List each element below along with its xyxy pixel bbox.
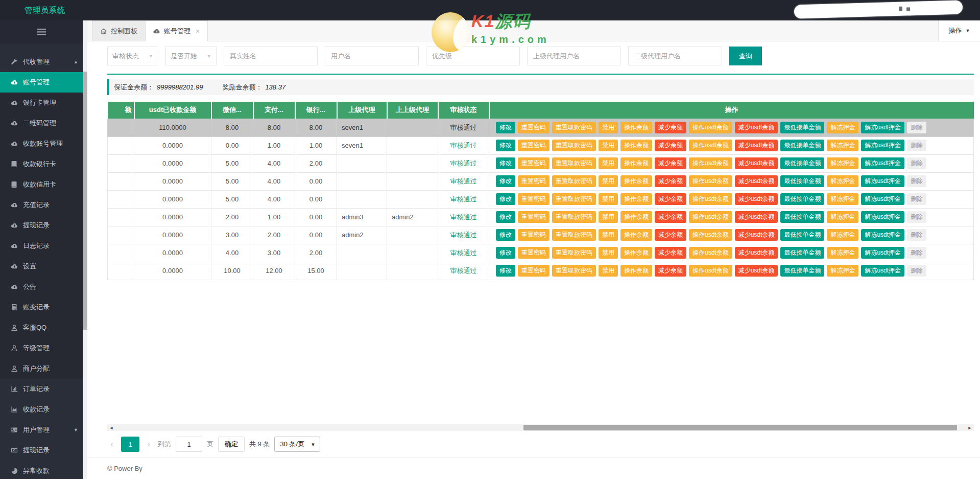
action-button-减少usdt余额[interactable]: 减少usdt余额 bbox=[735, 157, 778, 169]
action-button-操作余额[interactable]: 操作余额 bbox=[620, 122, 652, 133]
action-button-禁用[interactable]: 禁用 bbox=[599, 211, 618, 222]
action-button-重置取款密码[interactable]: 重置取款密码 bbox=[552, 211, 596, 222]
table-row[interactable]: 110.00008.008.008.00seven1审核通过修改重置密码重置取款… bbox=[108, 119, 974, 136]
action-button-操作usdt余额[interactable]: 操作usdt余额 bbox=[689, 247, 732, 258]
action-button-修改[interactable]: 修改 bbox=[496, 247, 515, 258]
action-button-重置取款密码[interactable]: 重置取款密码 bbox=[552, 193, 596, 204]
action-button-删除[interactable]: 删除 bbox=[907, 140, 926, 151]
action-button-修改[interactable]: 修改 bbox=[496, 265, 515, 276]
action-button-重置取款密码[interactable]: 重置取款密码 bbox=[552, 229, 596, 240]
scrollbar-thumb[interactable] bbox=[523, 425, 957, 430]
sidebar-item-充值记录[interactable]: 充值记录 bbox=[0, 195, 83, 215]
action-button-操作usdt余额[interactable]: 操作usdt余额 bbox=[689, 193, 732, 204]
action-button-减少余额[interactable]: 减少余额 bbox=[655, 229, 686, 240]
sidebar-item-收款记录[interactable]: 收款记录 bbox=[0, 399, 83, 420]
action-button-重置取款密码[interactable]: 重置取款密码 bbox=[552, 122, 596, 133]
action-button-重置密码[interactable]: 重置密码 bbox=[518, 140, 549, 151]
action-button-禁用[interactable]: 禁用 bbox=[599, 157, 618, 169]
action-button-减少余额[interactable]: 减少余额 bbox=[655, 122, 686, 133]
table-row[interactable]: 0.00002.001.000.00admin3admin2审核通过修改重置密码… bbox=[108, 208, 974, 226]
action-button-重置密码[interactable]: 重置密码 bbox=[518, 211, 549, 222]
sidebar-item-收款银行卡[interactable]: 收款银行卡 bbox=[0, 154, 83, 174]
scroll-right-icon[interactable]: ► bbox=[966, 425, 974, 430]
sidebar-item-账变记录[interactable]: 账变记录 bbox=[0, 297, 83, 317]
action-button-减少usdt余额[interactable]: 减少usdt余额 bbox=[735, 247, 778, 258]
action-button-减少余额[interactable]: 减少余额 bbox=[655, 247, 686, 258]
sidebar-toggle-button[interactable] bbox=[0, 20, 83, 43]
action-button-解冻押金[interactable]: 解冻押金 bbox=[827, 175, 858, 187]
action-button-修改[interactable]: 修改 bbox=[496, 175, 515, 187]
action-button-禁用[interactable]: 禁用 bbox=[599, 229, 618, 240]
sidebar-scrollbar-thumb[interactable] bbox=[83, 72, 87, 330]
action-button-修改[interactable]: 修改 bbox=[496, 211, 515, 222]
filter-input-用户名[interactable] bbox=[325, 47, 419, 65]
action-button-删除[interactable]: 删除 bbox=[907, 193, 926, 204]
action-button-减少余额[interactable]: 减少余额 bbox=[655, 211, 686, 222]
action-button-解冻押金[interactable]: 解冻押金 bbox=[827, 265, 858, 276]
action-button-重置密码[interactable]: 重置密码 bbox=[518, 193, 549, 204]
action-button-解冻usdt押金[interactable]: 解冻usdt押金 bbox=[861, 175, 904, 187]
action-button-操作usdt余额[interactable]: 操作usdt余额 bbox=[689, 157, 732, 169]
sidebar-item-异常收款[interactable]: 异常收款 bbox=[0, 461, 83, 479]
search-button[interactable]: 查询 bbox=[729, 47, 762, 65]
action-button-操作usdt余额[interactable]: 操作usdt余额 bbox=[689, 122, 732, 133]
scrollbar-track[interactable] bbox=[115, 424, 966, 431]
action-button-最低接单金额[interactable]: 最低接单金额 bbox=[780, 229, 824, 240]
sidebar-item-收款账号管理[interactable]: 收款账号管理 bbox=[0, 133, 83, 154]
filter-input-二级代理用户名[interactable] bbox=[628, 47, 722, 65]
sidebar-item-客服QQ[interactable]: 客服QQ bbox=[0, 317, 83, 338]
action-button-禁用[interactable]: 禁用 bbox=[599, 175, 618, 187]
table-horizontal-scrollbar[interactable]: ◄ ► bbox=[107, 424, 974, 431]
sidebar-item-收款信用卡[interactable]: 收款信用卡 bbox=[0, 174, 83, 195]
action-button-操作usdt余额[interactable]: 操作usdt余额 bbox=[689, 211, 732, 222]
action-button-重置密码[interactable]: 重置密码 bbox=[518, 122, 549, 133]
sidebar-item-日志记录[interactable]: 日志记录 bbox=[0, 236, 83, 256]
sidebar-item-用户管理[interactable]: 用户管理▼ bbox=[0, 420, 83, 440]
next-page-button[interactable]: › bbox=[144, 439, 153, 449]
action-button-操作usdt余额[interactable]: 操作usdt余额 bbox=[689, 265, 732, 276]
sidebar-item-设置[interactable]: 设置 bbox=[0, 256, 83, 277]
action-button-最低接单金额[interactable]: 最低接单金额 bbox=[780, 140, 824, 151]
action-button-减少余额[interactable]: 减少余额 bbox=[655, 175, 686, 187]
table-row[interactable]: 0.00005.004.000.00审核通过修改重置密码重置取款密码禁用操作余额… bbox=[108, 190, 974, 208]
goto-page-input[interactable] bbox=[176, 437, 202, 452]
action-button-操作usdt余额[interactable]: 操作usdt余额 bbox=[689, 229, 732, 240]
action-button-删除[interactable]: 删除 bbox=[907, 175, 926, 187]
action-button-重置取款密码[interactable]: 重置取款密码 bbox=[552, 157, 596, 169]
sidebar-item-二维码管理[interactable]: 二维码管理 bbox=[0, 113, 83, 133]
sidebar-item-提现记录[interactable]: 提现记录 bbox=[0, 440, 83, 461]
action-button-禁用[interactable]: 禁用 bbox=[599, 193, 618, 204]
sidebar-item-账号管理[interactable]: 账号管理 bbox=[0, 72, 83, 93]
action-button-删除[interactable]: 删除 bbox=[907, 211, 926, 222]
action-button-解冻押金[interactable]: 解冻押金 bbox=[827, 140, 858, 151]
action-button-操作余额[interactable]: 操作余额 bbox=[620, 140, 652, 151]
action-button-解冻usdt押金[interactable]: 解冻usdt押金 bbox=[861, 211, 904, 222]
action-button-删除[interactable]: 删除 bbox=[907, 122, 926, 133]
sidebar-item-商户分配[interactable]: 商户分配 bbox=[0, 358, 83, 379]
page-number-button[interactable]: 1 bbox=[121, 437, 139, 452]
table-row[interactable]: 0.00003.002.000.00admin2审核通过修改重置密码重置取款密码… bbox=[108, 226, 974, 244]
action-button-禁用[interactable]: 禁用 bbox=[599, 140, 618, 151]
action-button-解冻押金[interactable]: 解冻押金 bbox=[827, 193, 858, 204]
action-button-减少usdt余额[interactable]: 减少usdt余额 bbox=[735, 211, 778, 222]
action-button-操作余额[interactable]: 操作余额 bbox=[620, 247, 652, 258]
action-button-重置密码[interactable]: 重置密码 bbox=[518, 265, 549, 276]
table-row[interactable]: 0.00004.003.002.00审核通过修改重置密码重置取款密码禁用操作余额… bbox=[108, 244, 974, 262]
action-button-删除[interactable]: 删除 bbox=[907, 265, 926, 276]
sidebar-item-公告[interactable]: 公告 bbox=[0, 277, 83, 297]
action-button-禁用[interactable]: 禁用 bbox=[599, 122, 618, 133]
action-button-修改[interactable]: 修改 bbox=[496, 140, 515, 151]
filter-input-真实姓名[interactable] bbox=[224, 47, 318, 65]
action-button-解冻usdt押金[interactable]: 解冻usdt押金 bbox=[861, 229, 904, 240]
table-row[interactable]: 0.00005.004.000.00审核通过修改重置密码重置取款密码禁用操作余额… bbox=[108, 172, 974, 190]
table-row[interactable]: 0.00005.004.002.00审核通过修改重置密码重置取款密码禁用操作余额… bbox=[108, 154, 974, 172]
close-icon[interactable]: × bbox=[196, 27, 200, 35]
action-button-解冻押金[interactable]: 解冻押金 bbox=[827, 157, 858, 169]
action-button-减少余额[interactable]: 减少余额 bbox=[655, 157, 686, 169]
sidebar-item-订单记录[interactable]: 订单记录 bbox=[0, 379, 83, 399]
table-row[interactable]: 0.00000.001.001.00seven1审核通过修改重置密码重置取款密码… bbox=[108, 136, 974, 154]
action-button-重置密码[interactable]: 重置密码 bbox=[518, 157, 549, 169]
action-button-解冻押金[interactable]: 解冻押金 bbox=[827, 122, 858, 133]
action-button-最低接单金额[interactable]: 最低接单金额 bbox=[780, 247, 824, 258]
action-button-最低接单金额[interactable]: 最低接单金额 bbox=[780, 211, 824, 222]
